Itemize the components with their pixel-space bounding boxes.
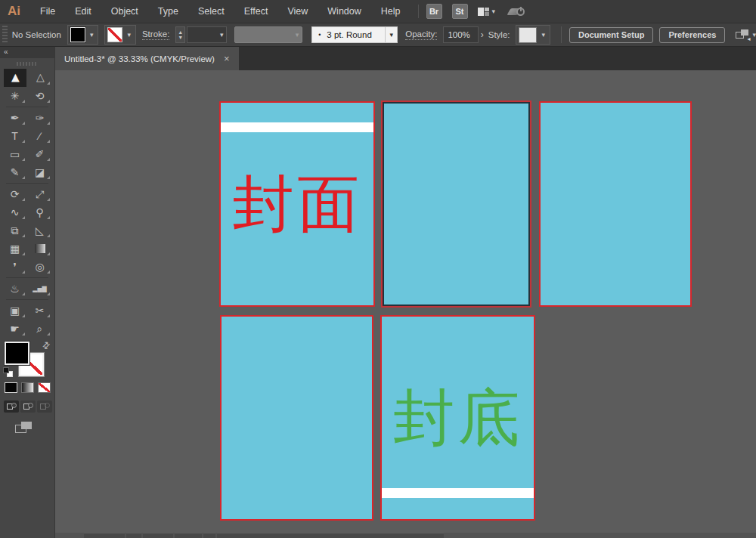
variable-width-dropdown[interactable]: ▾ <box>234 26 302 43</box>
stroke-weight-dropdown[interactable]: ▾ <box>187 26 228 43</box>
document-tab[interactable]: Untitled-3* @ 33.33% (CMYK/Preview) × <box>55 47 239 70</box>
slice-tool[interactable]: ✂ <box>29 301 51 320</box>
stroke-color-control[interactable]: ▾ <box>104 25 136 45</box>
menu-file[interactable]: File <box>30 0 65 23</box>
cover-label[interactable]: 封面 <box>221 103 373 305</box>
control-bar-grip[interactable] <box>2 26 8 44</box>
gradient-tool[interactable] <box>29 240 51 258</box>
blend-tool[interactable]: ◎ <box>29 258 51 276</box>
menu-object[interactable]: Object <box>101 0 148 23</box>
curvature-tool[interactable]: ✑ <box>29 109 51 127</box>
status-bar[interactable] <box>55 533 756 538</box>
perspective-grid-tool[interactable]: ◺ <box>29 221 51 240</box>
opacity-expand-icon[interactable]: › <box>479 29 488 40</box>
workspace-switcher-icon[interactable] <box>478 8 489 16</box>
arrange-documents-icon[interactable]: ◂ <box>736 29 750 41</box>
arrange-chevron-icon[interactable]: ▾ <box>752 31 756 39</box>
stroke-chevron-icon[interactable]: ▾ <box>122 31 133 39</box>
fill-swatch[interactable] <box>70 27 85 42</box>
tools-panel-grip[interactable] <box>17 62 38 66</box>
draw-inside-button[interactable] <box>37 400 52 413</box>
style-chevron-icon[interactable]: ▾ <box>537 31 547 39</box>
artboard-tool[interactable]: ▣ <box>4 301 26 320</box>
gradient-mode-button[interactable] <box>21 382 34 393</box>
paintbrush-tool[interactable]: ✐ <box>29 145 51 163</box>
type-tool[interactable]: T <box>4 127 26 145</box>
hand-icon: ☛ <box>10 323 20 335</box>
hand-tool[interactable]: ☛ <box>4 320 26 338</box>
blend-icon: ◎ <box>35 261 44 273</box>
symbol-sprayer-tool[interactable]: ♨ <box>4 280 26 298</box>
fill-color-control[interactable]: ▾ <box>67 25 99 45</box>
bridge-button[interactable]: Br <box>426 4 442 19</box>
menu-type[interactable]: Type <box>148 0 188 23</box>
scale-tool[interactable]: ⤢ <box>29 185 51 203</box>
direct-selection-tool[interactable]: ▷ <box>29 69 51 87</box>
pencil-tool[interactable]: ✎ <box>4 163 26 181</box>
fill-color-indicator[interactable] <box>5 342 29 365</box>
width-tool[interactable]: ∿ <box>4 203 26 221</box>
default-fill-stroke-icon[interactable] <box>3 367 13 377</box>
mesh-tool[interactable]: ▦ <box>4 240 26 258</box>
column-graph-icon: ▂▅▇ <box>33 286 46 292</box>
workspace-chevron-icon[interactable]: ▾ <box>492 8 496 15</box>
puppet-warp-icon: ⚲ <box>36 206 43 218</box>
canvas-area[interactable]: 封面 封底 <box>55 70 756 533</box>
menu-view[interactable]: View <box>277 0 318 23</box>
eyedropper-tool[interactable]: ❜ <box>4 258 26 276</box>
selection-tool[interactable]: ▶ <box>4 69 26 87</box>
stroke-weight-label[interactable]: Stroke: <box>142 29 169 40</box>
eraser-tool[interactable]: ◪ <box>29 163 51 181</box>
opacity-label[interactable]: Opacity: <box>405 29 437 40</box>
artboard-back-cover[interactable]: 封底 <box>380 315 535 521</box>
shape-builder-tool[interactable]: ⧉ <box>4 221 26 240</box>
mesh-icon: ▦ <box>10 243 20 255</box>
column-graph-tool[interactable]: ▂▅▇ <box>29 280 51 298</box>
tab-close-icon[interactable]: × <box>224 54 230 63</box>
menu-help[interactable]: Help <box>371 0 411 23</box>
zoom-tool[interactable]: ⌕ <box>29 320 51 338</box>
artboard-3[interactable] <box>539 101 692 307</box>
tools-panel-collapse[interactable]: « <box>0 47 54 58</box>
preferences-button[interactable]: Preferences <box>659 27 725 43</box>
brush-name: 3 pt. Round <box>327 30 371 39</box>
magic-wand-tool[interactable]: ✳ <box>4 87 26 105</box>
perspective-grid-icon: ◺ <box>36 224 44 237</box>
opacity-input[interactable]: 100% <box>443 26 478 43</box>
rectangle-tool[interactable]: ▭ <box>4 145 26 163</box>
stroke-weight-chevron-icon[interactable]: ▾ <box>217 31 227 39</box>
tool-separator <box>6 183 48 184</box>
fill-chevron-icon[interactable]: ▾ <box>85 31 96 39</box>
back-cover-white-stripe[interactable] <box>382 488 534 498</box>
menu-effect[interactable]: Effect <box>234 0 278 23</box>
magic-wand-icon: ✳ <box>11 90 20 102</box>
pen-tool[interactable]: ✒ <box>4 109 26 127</box>
selection-tool-icon: ▶ <box>9 74 21 82</box>
style-control[interactable]: ▾ <box>516 25 550 45</box>
sync-settings-icon[interactable] <box>509 8 525 16</box>
rotate-tool[interactable]: ⟳ <box>4 185 26 203</box>
color-mode-button[interactable] <box>5 382 17 393</box>
stroke-none-swatch[interactable] <box>107 27 122 42</box>
menu-edit[interactable]: Edit <box>65 0 101 23</box>
menu-window[interactable]: Window <box>318 0 370 23</box>
brush-definition-dropdown[interactable]: • 3 pt. Round ▾ <box>311 26 398 43</box>
style-swatch[interactable] <box>519 27 537 43</box>
none-mode-button[interactable] <box>38 382 51 393</box>
artboard-2-selected[interactable] <box>383 102 530 306</box>
stroke-weight-stepper[interactable]: ▲▼ <box>175 26 185 43</box>
pencil-icon: ✎ <box>11 166 20 178</box>
stock-button[interactable]: St <box>452 4 468 19</box>
swap-fill-stroke-icon[interactable]: ⇄ <box>39 339 52 351</box>
document-setup-button[interactable]: Document Setup <box>569 27 653 43</box>
brush-chevron-icon[interactable]: ▾ <box>385 27 397 42</box>
draw-normal-button[interactable] <box>4 400 19 413</box>
artboard-4[interactable] <box>220 315 373 521</box>
line-segment-tool[interactable]: ∕ <box>29 127 51 145</box>
puppet-warp-tool[interactable]: ⚲ <box>29 203 51 221</box>
lasso-tool[interactable]: ⟲ <box>29 87 51 105</box>
change-screen-mode-icon[interactable] <box>15 422 33 434</box>
draw-behind-button[interactable] <box>20 400 36 413</box>
menu-select[interactable]: Select <box>188 0 234 23</box>
artboard-cover[interactable]: 封面 <box>219 101 375 307</box>
